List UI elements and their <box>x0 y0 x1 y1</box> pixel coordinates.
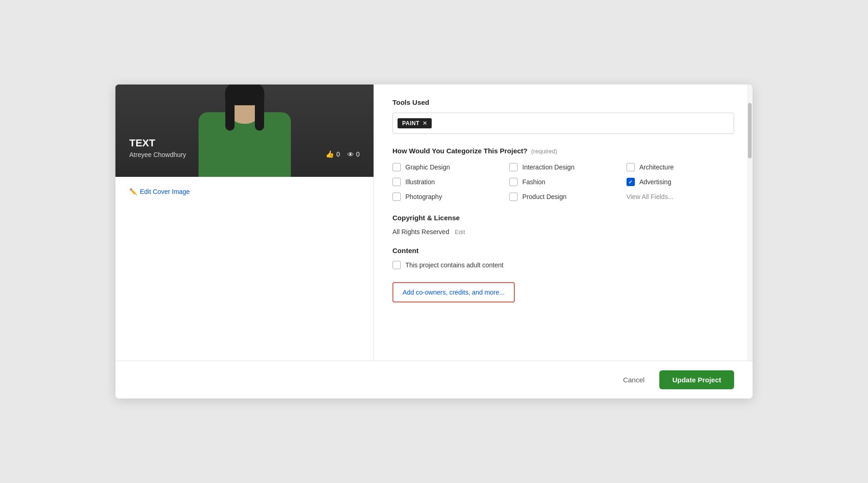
edit-project-modal: TEXT Atreyee Chowdhury 👍 0 👁 0 <box>115 85 753 398</box>
thumb-icon: 👍 <box>326 150 334 158</box>
checkbox-architecture[interactable] <box>627 163 635 171</box>
add-coowners-button[interactable]: Add co-owners, credits, and more... <box>392 282 515 302</box>
checkbox-illustration[interactable] <box>392 178 401 186</box>
checkbox-adult-content[interactable] <box>392 261 401 269</box>
category-label-product-design: Product Design <box>522 193 567 200</box>
view-all-fields[interactable]: View All Fields... <box>627 193 734 201</box>
author-name: Atreyee Chowdhury <box>129 151 186 158</box>
copyright-title: Copyright & License <box>392 214 734 222</box>
category-label-advertising: Advertising <box>639 178 671 186</box>
likes-stat: 👍 0 <box>326 150 340 158</box>
copyright-edit-button[interactable]: Edit <box>455 229 465 235</box>
paint-tag: PAINT ✕ <box>398 118 432 128</box>
category-label-architecture: Architecture <box>639 163 674 171</box>
content-section: Content This project contains adult cont… <box>392 247 734 269</box>
categorize-title: How Would You Categorize This Project? <box>392 147 528 155</box>
remove-paint-button[interactable]: ✕ <box>422 120 428 127</box>
copyright-value: All Rights Reserved <box>392 228 449 235</box>
adult-content-label: This project contains adult content <box>405 261 503 269</box>
views-stat: 👁 0 <box>347 151 360 158</box>
scrollbar[interactable] <box>747 85 753 361</box>
project-label: TEXT <box>129 137 186 149</box>
category-label-graphic-design: Graphic Design <box>405 163 450 171</box>
checkbox-fashion[interactable] <box>509 178 518 186</box>
category-label-photography: Photography <box>405 193 442 200</box>
category-fashion[interactable]: Fashion <box>509 178 617 186</box>
cover-overlay-text: TEXT Atreyee Chowdhury <box>129 137 186 158</box>
category-label-interaction-design: Interaction Design <box>522 163 574 171</box>
checkbox-advertising[interactable] <box>627 178 635 186</box>
content-title: Content <box>392 247 734 254</box>
modal-body: TEXT Atreyee Chowdhury 👍 0 👁 0 <box>115 85 753 361</box>
category-advertising[interactable]: Advertising <box>627 178 734 186</box>
category-label-illustration: Illustration <box>405 178 435 186</box>
copyright-row: All Rights Reserved Edit <box>392 228 734 235</box>
view-all-link[interactable]: View All Fields... <box>627 193 674 200</box>
adult-content-row[interactable]: This project contains adult content <box>392 261 734 269</box>
checkbox-graphic-design[interactable] <box>392 163 401 171</box>
category-photography[interactable]: Photography <box>392 193 500 201</box>
paint-tag-label: PAINT <box>402 120 420 127</box>
category-product-design[interactable]: Product Design <box>509 193 617 201</box>
categorize-header: How Would You Categorize This Project? (… <box>392 147 734 155</box>
left-panel: TEXT Atreyee Chowdhury 👍 0 👁 0 <box>115 85 374 361</box>
category-architecture[interactable]: Architecture <box>627 163 734 171</box>
modal-footer: Cancel Update Project <box>115 361 753 398</box>
scrollbar-thumb[interactable] <box>748 103 752 158</box>
cancel-button[interactable]: Cancel <box>615 371 652 388</box>
cover-image-area: TEXT Atreyee Chowdhury 👍 0 👁 0 <box>115 85 374 177</box>
required-label: (required) <box>531 148 557 155</box>
tools-input-area[interactable]: PAINT ✕ <box>392 113 734 134</box>
category-label-fashion: Fashion <box>522 178 545 186</box>
update-project-button[interactable]: Update Project <box>659 370 734 389</box>
category-interaction-design[interactable]: Interaction Design <box>509 163 617 171</box>
cover-stats: 👍 0 👁 0 <box>326 150 360 158</box>
edit-cover-button[interactable]: ✏️ Edit Cover Image <box>115 177 374 195</box>
categories-grid: Graphic Design Interaction Design Archit… <box>392 163 734 201</box>
right-panel: Tools Used PAINT ✕ How Would You Categor… <box>374 85 753 361</box>
checkbox-photography[interactable] <box>392 193 401 201</box>
copyright-section: Copyright & License All Rights Reserved … <box>392 214 734 235</box>
category-illustration[interactable]: Illustration <box>392 178 500 186</box>
category-graphic-design[interactable]: Graphic Design <box>392 163 500 171</box>
tools-section-title: Tools Used <box>392 98 734 106</box>
pencil-icon: ✏️ <box>129 188 137 195</box>
checkbox-product-design[interactable] <box>509 193 518 201</box>
eye-icon: 👁 <box>347 151 354 158</box>
checkbox-interaction-design[interactable] <box>509 163 518 171</box>
